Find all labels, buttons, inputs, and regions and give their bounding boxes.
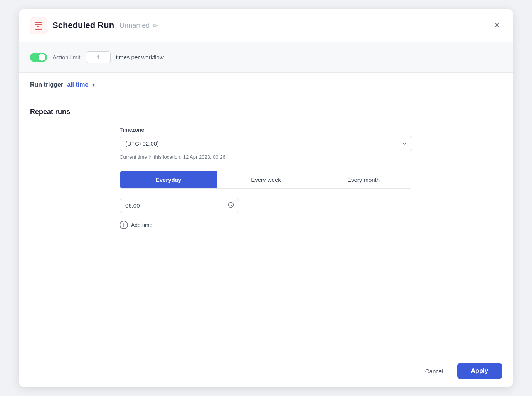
plus-icon: + <box>120 221 128 229</box>
page-title: Scheduled Run <box>52 20 114 30</box>
svg-rect-4 <box>37 26 38 27</box>
chevron-down-icon[interactable]: ▾ <box>92 82 95 88</box>
action-limit-toggle[interactable] <box>30 53 47 62</box>
action-limit-input[interactable] <box>86 51 111 63</box>
action-limit-suffix: times per workflow <box>116 54 164 60</box>
timezone-hint: Current time in this location: 12 Apr 20… <box>120 154 412 160</box>
action-limit-section: Action limit times per workflow <box>19 42 513 73</box>
calendar-icon <box>30 17 47 34</box>
scheduled-run-modal: Scheduled Run Unnamed ✏ ✕ Action limit t… <box>19 9 513 387</box>
modal-footer: Cancel Apply <box>19 355 513 387</box>
repeat-runs-title: Repeat runs <box>30 108 502 116</box>
close-button[interactable]: ✕ <box>492 20 502 31</box>
tab-every-month[interactable]: Every month <box>315 171 412 188</box>
cancel-button[interactable]: Cancel <box>418 364 451 378</box>
frequency-tabs: Everyday Every week Every month <box>120 171 412 189</box>
tab-everyday[interactable]: Everyday <box>120 171 217 188</box>
run-trigger-label: Run trigger <box>30 81 63 88</box>
edit-icon[interactable]: ✏ <box>153 22 158 29</box>
clock-icon <box>227 201 234 210</box>
run-trigger-section: Run trigger all time ▾ <box>19 73 513 97</box>
tab-every-week[interactable]: Every week <box>217 171 315 188</box>
apply-button[interactable]: Apply <box>457 363 502 379</box>
time-input[interactable] <box>120 198 239 213</box>
action-limit-label: Action limit <box>52 54 81 60</box>
add-time-label: Add time <box>131 222 152 228</box>
modal-header: Scheduled Run Unnamed ✏ ✕ <box>19 9 513 42</box>
timezone-label: Timezone <box>120 127 412 133</box>
page-subtitle: Unnamed <box>120 22 150 30</box>
timezone-select[interactable]: (UTC+02:00) (UTC+00:00) (UTC+01:00) (UTC… <box>120 136 412 151</box>
svg-rect-5 <box>38 26 39 27</box>
add-time-button[interactable]: + Add time <box>120 219 152 231</box>
time-input-wrapper <box>120 198 239 213</box>
run-trigger-value[interactable]: all time <box>67 81 88 88</box>
repeat-runs-section: Repeat runs Timezone (UTC+02:00) (UTC+00… <box>19 97 513 355</box>
